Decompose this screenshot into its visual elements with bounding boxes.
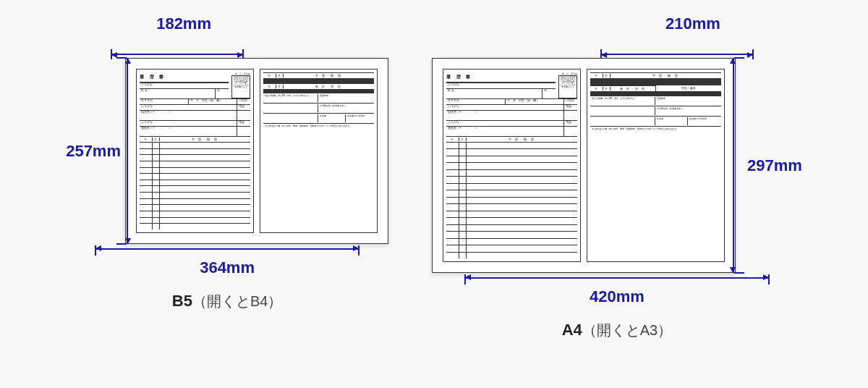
addr-furi-a4: ふりがな: [446, 105, 564, 110]
a4-spread: 履 歴 書 ふりがな 氏 名印 年 月 日現在 写真をはる位置 写真をはる必要が…: [432, 58, 736, 273]
gender-label: ※性別: [237, 99, 250, 104]
gender-a4: ※性別: [564, 99, 577, 104]
motivation-label: 志望の動機、自己PR、特技、好きな学科など: [265, 94, 318, 102]
seal-a4: 印: [542, 89, 556, 98]
b5-right-page: 年月学 歴・職 歴 年月免 許・資 格: [260, 69, 378, 233]
b5-left-page: 履 歴 書 ふりがな 氏 名印 年 月 日現在 写真をはる位置 写真をはる必要が…: [136, 69, 254, 233]
a4-right-page: 年月学 歴・職 歴: [587, 69, 725, 262]
a4-top-dim-row: [436, 33, 798, 55]
addr-furigana: ふりがな: [140, 105, 237, 110]
bdv-a4: 年 月 日生（満 歳）: [506, 99, 565, 104]
motivation-area: [265, 104, 318, 112]
b5-height-arrow: [115, 58, 128, 244]
tel-val: [237, 111, 250, 120]
contact-tel-label: 電話: [237, 121, 250, 126]
b5-block: 182mm 257mm: [66, 14, 388, 311]
birthdate-val: 年 月 日生（満 歳）: [189, 99, 238, 104]
edu-header-b5r: 年月学 歴・職 歴: [263, 72, 374, 78]
doc-title-a4: 履 歴 書: [446, 72, 556, 82]
a4-left-page: 履 歴 書 ふりがな 氏 名印 年 月 日現在 写真をはる位置 写真をはる必要が…: [443, 69, 581, 262]
a4-top-arrow: [601, 33, 753, 55]
a4-spread-width-label: 420mm: [590, 287, 644, 306]
b5-bottom-arrow: [95, 248, 359, 258]
b5-page-width-label: 182mm: [156, 14, 211, 33]
edu-header-a4: 年月学 歴・職 歴: [446, 136, 577, 142]
name-label: 氏 名: [140, 89, 216, 98]
edu-header-a4r: 年月学 歴・職 歴: [590, 72, 721, 78]
a4-block: 210mm 履 歴 書: [432, 14, 802, 340]
bd-a4: 生年月日: [446, 99, 506, 104]
a4-height-label: 297mm: [747, 156, 802, 175]
edu-lines-b5r: [263, 78, 374, 83]
photo-box-a4: 写真をはる位置 写真をはる必要がある場合 1.縦36〜40mm 横24〜30mm…: [558, 75, 577, 98]
photo-box: 写真をはる位置 写真をはる必要がある場合 1.縦36〜40mm 横24〜30mm…: [231, 75, 250, 98]
contact-label: 連絡先（〒 − ）: [140, 127, 237, 136]
skills-header-a4: 特技・趣味: [656, 85, 721, 91]
a4-bottom-dim: 420mm: [432, 277, 802, 306]
b5-top-dim-row: [67, 33, 388, 55]
spouse-sup-a4: 配偶者の扶養義務: [687, 117, 720, 125]
edu-lines-a4r: [590, 78, 721, 85]
a4-height-arrow: [733, 58, 746, 273]
spouse-label: 配偶者: [320, 114, 345, 122]
b5-bottom-dim: 364mm: [66, 248, 388, 277]
b5-spread-width-label: 364mm: [200, 258, 255, 277]
wishes-a4: 本人希望記入欄（特に給料・職種・勤務時間・勤務地その他について希望があれば記入）: [592, 127, 678, 258]
spouse-a4: 配偶者: [657, 117, 687, 125]
lic-skill-header-a4: 年月免 許・資 格 特技・趣味: [590, 85, 721, 91]
edu-header-b5: 年月学 歴・職 歴: [140, 136, 250, 142]
addr-a4: 現住所（〒 − ）: [446, 111, 564, 120]
lic-header-a4: 年月免 許・資 格: [590, 85, 656, 91]
a4-height-dim: 297mm: [740, 156, 802, 175]
tel-label: 電話: [237, 105, 250, 110]
motivation-area-a4-2: [592, 117, 655, 125]
contact-tel-val: [237, 127, 250, 136]
a4-page-width-label: 210mm: [665, 14, 720, 33]
wishes-label: 本人希望記入欄（特に給料・職種・勤務時間・勤務地その他について希望があれば記入）: [265, 125, 352, 139]
edu-lines-b5: [140, 142, 250, 229]
commute-a4: 通勤時間: [655, 97, 720, 105]
b5-caption: B5（開くとB4）: [172, 292, 283, 311]
con-tel-a4: 電話: [564, 121, 577, 126]
furigana-label: ふりがな: [140, 83, 229, 88]
lower-boxes-b5: 志望の動機、自己PR、特技、好きな学科など通勤時間 扶養家族数（配偶者を除く） …: [263, 93, 374, 140]
b5-mid-row: 257mm 履 歴 書 ふりがな: [66, 58, 388, 244]
con-telv-a4: [564, 127, 577, 136]
edu-lines-a4: [446, 142, 577, 258]
name-a4: 氏 名: [446, 89, 542, 98]
a4-bottom-arrow: [465, 277, 769, 287]
con-furi-a4: ふりがな: [446, 121, 564, 126]
dependents-label: 扶養家族数（配偶者を除く）: [318, 104, 373, 112]
b5-height-label: 257mm: [66, 142, 121, 161]
birthdate-label: 生年月日: [140, 99, 189, 104]
lic-header-b5: 年月免 許・資 格: [263, 83, 374, 89]
address-label: 現住所（〒 − ）: [140, 111, 237, 120]
furigana-a4: ふりがな: [446, 83, 556, 88]
doc-title: 履 歴 書: [140, 72, 229, 82]
lower-boxes-a4: 志望の動機、自己PR、特技、好きな学科など通勤時間 扶養家族数（配偶者を除く） …: [590, 96, 721, 258]
b5-height-dim: 257mm: [66, 142, 121, 161]
motivation-area-2: [265, 114, 318, 122]
seal-box: 印: [216, 89, 229, 98]
dependents-a4: 扶養家族数（配偶者を除く）: [655, 107, 720, 115]
a4-caption: A4（開くとA3）: [562, 321, 673, 340]
telv-a4: [564, 111, 577, 120]
b5-top-arrow: [111, 33, 243, 55]
spouse-support-label: 配偶者の扶養義務: [345, 114, 373, 122]
b5-spread: 履 歴 書 ふりがな 氏 名印 年 月 日現在 写真をはる位置 写真をはる必要が…: [125, 58, 388, 244]
motivation-area-a4: [592, 107, 655, 115]
commute-label: 通勤時間: [318, 94, 373, 102]
a4-mid-row: 履 歴 書 ふりがな 氏 名印 年 月 日現在 写真をはる位置 写真をはる必要が…: [432, 58, 802, 273]
tel-a4: 電話: [564, 105, 577, 110]
contact-furigana: ふりがな: [140, 121, 237, 126]
con-a4: 連絡先（〒 − ）: [446, 127, 564, 136]
diagram-container: 182mm 257mm: [29, 14, 839, 340]
motivation-a4: 志望の動機、自己PR、特技、好きな学科など: [592, 97, 655, 105]
